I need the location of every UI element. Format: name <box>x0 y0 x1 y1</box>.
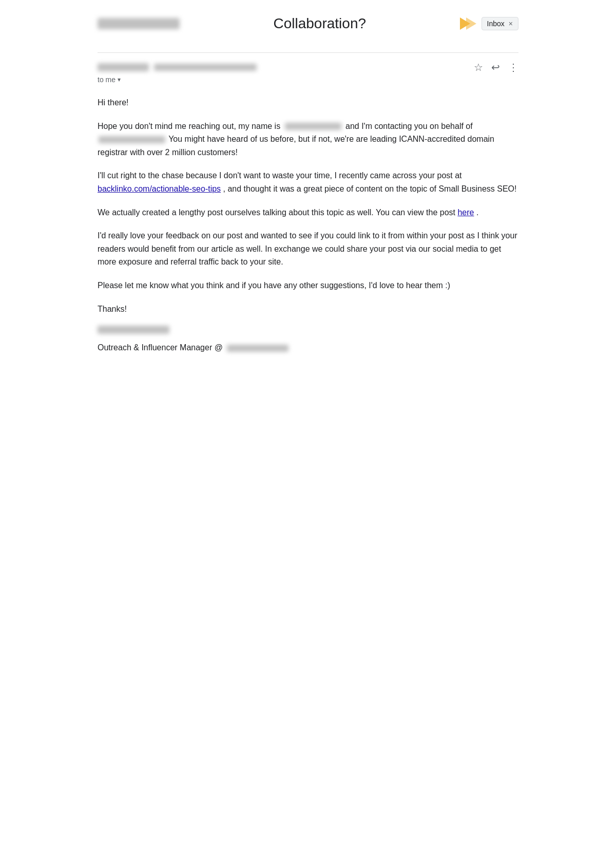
star-button[interactable]: ☆ <box>474 61 483 73</box>
email-header: Collaboration? Inbox × <box>98 15 518 37</box>
feedback-text: I'd really love your feedback on our pos… <box>98 231 517 266</box>
more-options-button[interactable]: ⋮ <box>508 61 518 73</box>
inbox-close-button[interactable]: × <box>509 20 513 28</box>
company-name-inline-blurred <box>99 136 165 143</box>
chase-end: , and thought it was a great piece of co… <box>223 184 517 193</box>
company-title-blurred <box>227 345 288 352</box>
thanks-paragraph: Thanks! <box>98 303 518 316</box>
sender-name-inline-blurred <box>285 123 341 130</box>
backlinko-link[interactable]: backlinko.com/actionable-seo-tips <box>98 184 221 193</box>
email-subject: Collaboration? <box>180 15 460 32</box>
post-start: We actually created a lengthy post ourse… <box>98 208 455 217</box>
header-divider <box>98 52 518 53</box>
signature-name-blurred <box>98 326 169 334</box>
greeting-text: Hi there! <box>98 98 128 107</box>
svg-marker-1 <box>466 17 476 30</box>
email-body: Hi there! Hope you don't mind me reachin… <box>98 96 518 354</box>
post-end: . <box>476 208 478 217</box>
post-paragraph: We actually created a lengthy post ourse… <box>98 206 518 219</box>
to-me-row: to me ▾ <box>98 76 518 84</box>
to-me-dropdown[interactable]: ▾ <box>118 76 121 83</box>
inbox-badge[interactable]: Inbox × <box>482 17 518 30</box>
suggestions-paragraph: Please let me know what you think and if… <box>98 279 518 292</box>
email-container: Collaboration? Inbox × ☆ ↩ ⋮ <box>77 0 539 380</box>
intro-paragraph: Hope you don't mind me reaching out, my … <box>98 120 518 159</box>
title-text: Outreach & Influencer Manager @ <box>98 343 223 352</box>
to-me-label: to me <box>98 76 116 84</box>
suggestions-text: Please let me know what you think and if… <box>98 281 450 290</box>
reply-button[interactable]: ↩ <box>491 61 500 73</box>
chase-start: I'll cut right to the chase because I do… <box>98 171 462 180</box>
inbox-label: Inbox <box>487 20 505 28</box>
intro-start: Hope you don't mind me reaching out, my … <box>98 122 280 130</box>
here-link[interactable]: here <box>457 208 474 217</box>
sender-info <box>98 63 257 71</box>
forward-arrow-icon <box>460 15 476 32</box>
title-paragraph: Outreach & Influencer Manager @ <box>98 341 518 354</box>
intro-mid: and I'm contacting you on behalf of <box>345 122 473 130</box>
sender-time-blurred <box>154 64 257 71</box>
greeting-paragraph: Hi there! <box>98 96 518 109</box>
action-icons: ☆ ↩ ⋮ <box>474 61 518 73</box>
sender-blurred-header <box>98 18 180 29</box>
thanks-text: Thanks! <box>98 305 127 313</box>
chase-paragraph: I'll cut right to the chase because I do… <box>98 169 518 195</box>
feedback-paragraph: I'd really love your feedback on our pos… <box>98 229 518 269</box>
header-actions: Inbox × <box>460 15 518 32</box>
sender-row: ☆ ↩ ⋮ <box>98 61 518 73</box>
sender-name-blurred <box>98 63 149 71</box>
